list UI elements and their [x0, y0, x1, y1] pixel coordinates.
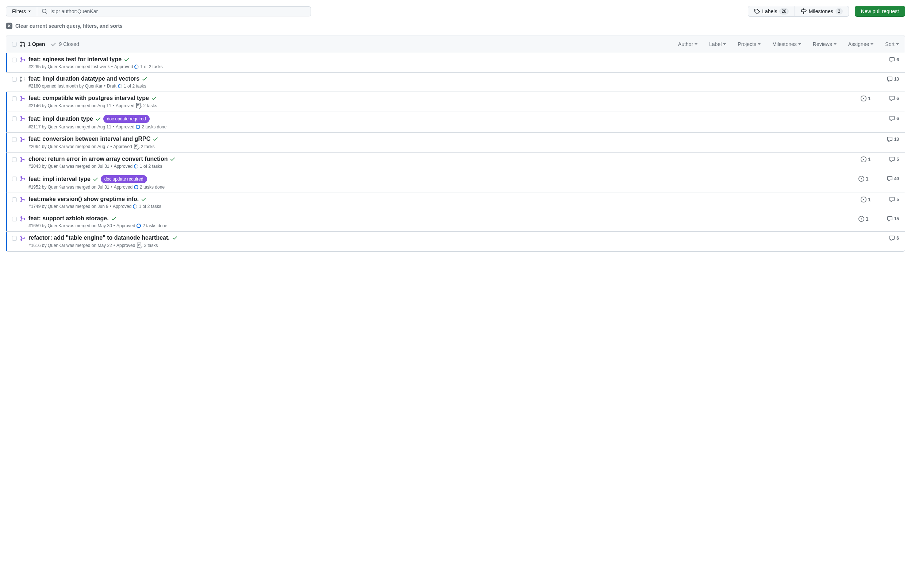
clear-search-text: Clear current search query, filters, and…	[15, 23, 123, 29]
filter-label[interactable]: Label	[709, 41, 726, 47]
filter-reviews[interactable]: Reviews	[813, 41, 837, 47]
row-checkbox[interactable]	[12, 137, 17, 142]
comments-link[interactable]: 6	[889, 235, 899, 241]
new-pull-request-button[interactable]: New pull request	[855, 6, 905, 17]
issue-opened-icon	[858, 176, 864, 182]
close-icon: ✕	[6, 23, 12, 29]
comment-icon	[889, 197, 895, 202]
pr-title-link[interactable]: feat: compatible with postgres interval …	[29, 95, 149, 102]
pr-row: feat: impl duration datatype and vectors…	[6, 72, 905, 92]
milestones-button[interactable]: Milestones 2	[795, 6, 849, 17]
meta-text: #2043 by QuenKar was merged on Jul 31	[29, 164, 109, 169]
pr-title-link[interactable]: feat: impl duration datatype and vectors	[29, 76, 139, 82]
pr-title-link[interactable]: refactor: add "table engine" to datanode…	[29, 234, 170, 241]
status-check-icon[interactable]	[152, 136, 159, 142]
pr-title-link[interactable]: feat: conversion between interval and gR…	[29, 136, 150, 142]
linked-issues[interactable]: 1	[861, 197, 872, 202]
linked-issues[interactable]: 1	[858, 176, 869, 182]
row-checkbox-wrap	[12, 156, 17, 169]
status-check-icon[interactable]	[142, 76, 147, 82]
labels-button[interactable]: Labels 28	[748, 6, 795, 17]
row-checkbox[interactable]	[12, 216, 17, 221]
caret-down-icon	[694, 44, 697, 45]
labels-count: 28	[779, 8, 788, 15]
pr-title-link[interactable]: feat: impl interval type	[29, 176, 91, 183]
status-check-icon[interactable]	[111, 216, 117, 221]
filter-assignee[interactable]: Assignee	[848, 41, 874, 47]
row-checkbox[interactable]	[12, 116, 17, 121]
comment-icon	[887, 176, 893, 182]
comments-link[interactable]: 5	[889, 197, 899, 202]
unread-indicator	[6, 193, 7, 212]
tasks-progress-icon	[136, 125, 140, 129]
select-all-checkbox[interactable]	[12, 42, 17, 47]
git-merge-icon	[20, 156, 26, 169]
pr-title-link[interactable]: chore: return error in arrow array conve…	[29, 156, 168, 162]
comments-link[interactable]: 15	[887, 216, 899, 222]
row-checkbox[interactable]	[12, 77, 17, 82]
label-pill[interactable]: doc update required	[103, 115, 150, 123]
status-check-icon[interactable]	[172, 235, 178, 241]
pr-title-link[interactable]: feat: sqlness test for interval type	[29, 56, 121, 63]
issue-opened-icon	[861, 157, 866, 162]
row-checkbox[interactable]	[12, 176, 17, 181]
filters-button[interactable]: Filters	[6, 6, 37, 16]
status-check-icon[interactable]	[151, 95, 157, 101]
comments-link[interactable]: 13	[887, 136, 899, 142]
open-tab[interactable]: 1 Open	[20, 41, 45, 47]
row-side: 6	[811, 234, 899, 249]
comments-link[interactable]: 6	[889, 116, 899, 121]
git-pull-request-icon	[20, 41, 26, 47]
caret-down-icon	[758, 44, 761, 45]
pr-row: refactor: add "table engine" to datanode…	[6, 231, 905, 251]
row-checkbox-wrap	[12, 115, 17, 129]
row-title-line: feat: compatible with postgres interval …	[29, 95, 811, 102]
git-merge-icon	[20, 234, 26, 249]
row-checkbox[interactable]	[12, 58, 17, 62]
pr-title-link[interactable]: feat: support azblob storage.	[29, 215, 109, 222]
pr-title-link[interactable]: feat:make version() show greptime info.	[29, 196, 139, 202]
status-check-icon[interactable]	[170, 156, 176, 162]
milestones-count: 2	[835, 8, 843, 15]
comments-link[interactable]: 13	[887, 76, 899, 82]
closed-tab[interactable]: 9 Closed	[51, 41, 79, 47]
meta-text: #1952 by QuenKar was merged on Jul 31	[29, 184, 109, 190]
comments-count: 15	[894, 216, 899, 221]
linked-issues[interactable]: 1	[861, 95, 872, 102]
search-input-wrap[interactable]	[37, 6, 311, 16]
status-check-icon[interactable]	[93, 176, 99, 182]
comments-link[interactable]: 5	[889, 157, 899, 162]
label-pill[interactable]: doc update required	[101, 175, 147, 183]
row-checkbox[interactable]	[12, 96, 17, 101]
tasks-text: 2 tasks done	[140, 184, 165, 190]
filter-projects[interactable]: Projects	[738, 41, 761, 47]
comments-link[interactable]: 40	[887, 176, 899, 182]
filter-milestones[interactable]: Milestones	[772, 41, 801, 47]
comment-icon	[887, 216, 893, 222]
row-checkbox[interactable]	[12, 197, 17, 202]
linked-issues[interactable]: 1	[858, 216, 869, 222]
pr-title-link[interactable]: feat: impl duration type	[29, 116, 93, 122]
unread-indicator	[6, 112, 7, 132]
pr-row: chore: return error in arrow array conve…	[6, 152, 905, 172]
filter-sort[interactable]: Sort	[885, 41, 899, 47]
comments-link[interactable]: 6	[889, 95, 899, 102]
filter-author[interactable]: Author	[678, 41, 697, 47]
clear-search-link[interactable]: ✕ Clear current search query, filters, a…	[6, 23, 905, 29]
row-main: refactor: add "table engine" to datanode…	[29, 234, 811, 249]
unread-indicator	[6, 153, 7, 172]
status-check-icon[interactable]	[141, 196, 147, 202]
row-checkbox-wrap	[12, 175, 17, 190]
search-input[interactable]	[50, 8, 306, 14]
status-check-icon[interactable]	[124, 57, 129, 62]
row-checkbox[interactable]	[12, 236, 17, 241]
git-merge-icon	[20, 95, 26, 109]
row-checkbox[interactable]	[12, 157, 17, 162]
row-checkbox-wrap	[12, 76, 17, 89]
caret-down-icon	[833, 44, 837, 45]
linked-issues[interactable]: 1	[861, 157, 872, 162]
caret-down-icon	[871, 44, 874, 45]
pr-row: feat: impl interval type doc update requ…	[6, 172, 905, 192]
comments-link[interactable]: 6	[889, 57, 899, 63]
status-check-icon[interactable]	[95, 116, 101, 122]
